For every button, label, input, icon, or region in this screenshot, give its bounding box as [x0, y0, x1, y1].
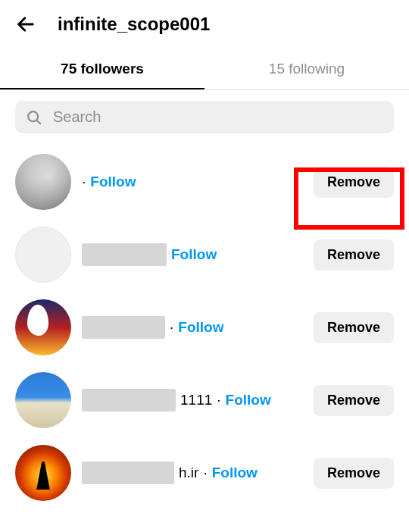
separator-dot: ·	[82, 174, 86, 190]
remove-button[interactable]: Remove	[314, 385, 394, 416]
search-bar[interactable]	[15, 101, 394, 133]
tabs: 75 followers 15 following	[0, 49, 409, 90]
avatar[interactable]	[15, 445, 71, 501]
avatar[interactable]	[15, 299, 71, 355]
separator-dot: ·	[203, 465, 207, 481]
avatar[interactable]	[15, 154, 71, 210]
follower-info: Follow	[82, 243, 303, 266]
followers-list: · Follow Remove Follow Remove · Follow R…	[0, 141, 409, 509]
follower-info: h.ir · Follow	[82, 462, 303, 484]
remove-button[interactable]: Remove	[314, 312, 394, 343]
follower-row: 1111 · Follow Remove	[15, 364, 394, 437]
svg-line-2	[37, 120, 41, 124]
redacted-name	[82, 462, 174, 484]
avatar[interactable]	[15, 227, 71, 283]
remove-button[interactable]: Remove	[314, 458, 394, 489]
separator-dot: ·	[217, 392, 220, 408]
redacted-name	[82, 389, 176, 412]
search-icon	[26, 109, 42, 126]
redacted-name	[82, 316, 165, 339]
page-title: infinite_scope001	[58, 14, 210, 35]
username-suffix: h.ir	[179, 465, 198, 481]
follower-row: · Follow Remove	[15, 146, 394, 218]
follow-link[interactable]: Follow	[226, 392, 271, 408]
remove-button[interactable]: Remove	[314, 239, 394, 271]
remove-button[interactable]: Remove	[314, 167, 394, 198]
redacted-name	[82, 243, 167, 266]
follow-link[interactable]: Follow	[178, 319, 223, 336]
follower-row: · Follow Remove	[15, 291, 394, 364]
tab-followers[interactable]: 75 followers	[0, 49, 204, 89]
tab-following[interactable]: 15 following	[204, 49, 409, 89]
avatar[interactable]	[15, 372, 71, 428]
search-input[interactable]	[53, 108, 383, 126]
follow-link[interactable]: Follow	[90, 174, 136, 190]
follower-row: Follow Remove	[15, 218, 394, 291]
follower-info: 1111 · Follow	[82, 389, 303, 412]
search-container	[0, 90, 409, 141]
follow-link[interactable]: Follow	[171, 246, 217, 263]
follower-info: · Follow	[82, 174, 303, 190]
follow-link[interactable]: Follow	[212, 465, 258, 481]
follower-info: · Follow	[82, 316, 303, 339]
username-suffix: 1111	[180, 392, 212, 408]
header: infinite_scope001	[0, 0, 409, 49]
follower-row: h.ir · Follow Remove	[15, 437, 394, 509]
separator-dot: ·	[170, 319, 173, 336]
back-icon[interactable]	[15, 14, 36, 35]
